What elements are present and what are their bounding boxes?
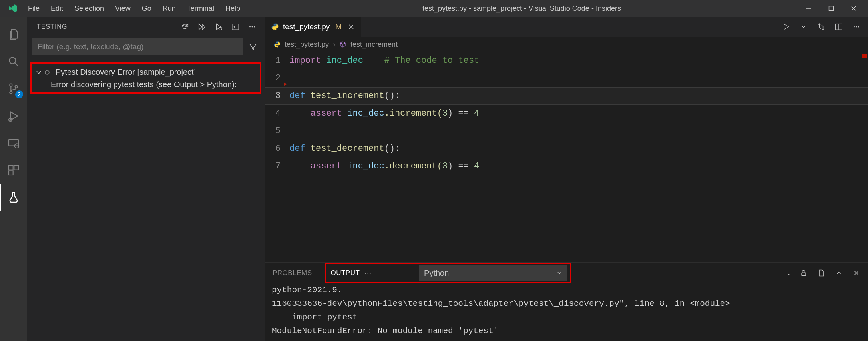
debug-tests-button[interactable] <box>213 22 224 32</box>
breadcrumb-file: test_pytest.py <box>285 40 329 49</box>
chevron-down-icon <box>801 24 806 29</box>
test-filter-input[interactable] <box>32 38 243 55</box>
svg-rect-16 <box>232 24 239 30</box>
svg-point-8 <box>15 86 18 88</box>
run-file-button[interactable] <box>781 22 791 32</box>
lock-scroll-button[interactable] <box>798 268 809 278</box>
minimap-error-marker <box>862 54 867 58</box>
panel-tab-output[interactable]: OUTPUT <box>330 265 360 281</box>
files-icon <box>7 28 20 41</box>
run-all-icon <box>197 22 206 31</box>
menu-help[interactable]: Help <box>220 2 246 15</box>
refresh-tests-button[interactable] <box>180 22 190 32</box>
activity-extensions[interactable] <box>0 157 27 184</box>
compare-changes-button[interactable] <box>816 22 826 32</box>
editor-more-button[interactable] <box>851 22 862 32</box>
show-output-button[interactable] <box>230 22 241 32</box>
menu-edit[interactable]: Edit <box>45 2 69 15</box>
window-title: test_pytest.py - sample_project - Visual… <box>246 4 798 13</box>
activity-testing[interactable] <box>0 184 27 211</box>
output-channel-label: Python <box>424 269 449 278</box>
debug-run-icon <box>214 22 223 31</box>
test-tree-root-label: Pytest Discovery Error [sample_project] <box>56 68 196 77</box>
clear-output-button[interactable] <box>781 268 791 278</box>
menu-go[interactable]: Go <box>136 2 157 15</box>
menu-view[interactable]: View <box>109 2 136 15</box>
split-icon <box>834 22 843 31</box>
editor-tab-label: test_pytest.py <box>283 22 330 31</box>
close-button[interactable] <box>842 0 865 17</box>
run-all-tests-button[interactable] <box>197 22 207 32</box>
output-channel-select[interactable]: Python <box>419 265 567 281</box>
beaker-icon <box>7 191 20 204</box>
title-bar: File Edit Selection View Go Run Terminal… <box>0 0 868 17</box>
extensions-icon <box>7 164 20 177</box>
svg-rect-13 <box>14 166 18 170</box>
svg-rect-28 <box>802 273 806 276</box>
breadcrumb[interactable]: test_pytest.py › test_increment <box>265 37 868 52</box>
split-editor-button[interactable] <box>834 22 844 32</box>
remote-icon <box>7 137 20 150</box>
menu-selection[interactable]: Selection <box>69 2 109 15</box>
test-tree-root[interactable]: Pytest Discovery Error [sample_project] <box>32 66 260 78</box>
status-unset-icon <box>44 70 53 75</box>
svg-point-4 <box>9 57 16 64</box>
output-content[interactable]: python-2021.9. 1160333636-dev\pythonFile… <box>265 283 868 341</box>
editor-area: test_pytest.py M test_pytest.py › tes <box>265 17 868 341</box>
refresh-icon <box>181 22 189 31</box>
funnel-icon <box>248 42 258 52</box>
svg-rect-14 <box>9 171 13 175</box>
app-logo <box>3 4 22 13</box>
highlight-annotation-testing: Pytest Discovery Error [sample_project] … <box>30 62 261 94</box>
panel-overflow-button[interactable]: ··· <box>364 269 371 278</box>
run-dropdown-button[interactable] <box>798 22 809 32</box>
play-icon <box>782 23 790 31</box>
menu-file[interactable]: File <box>22 2 45 15</box>
svg-point-20 <box>45 70 49 74</box>
maximize-button[interactable] <box>820 0 842 17</box>
editor-tab-modified-indicator: M <box>335 22 342 31</box>
bottom-panel: PROBLEMS OUTPUT ··· Python <box>265 262 868 341</box>
activity-explorer[interactable] <box>0 21 27 48</box>
activity-remote[interactable] <box>0 130 27 157</box>
panel-chevron-button[interactable] <box>834 268 844 278</box>
svg-rect-1 <box>829 6 834 11</box>
svg-rect-12 <box>9 166 13 170</box>
highlight-annotation-output: OUTPUT ··· Python <box>325 263 571 283</box>
panel-tab-problems[interactable]: PROBLEMS <box>272 265 313 281</box>
vscode-insiders-icon <box>8 4 18 13</box>
minimize-button[interactable] <box>798 0 820 17</box>
editor-tab-test-pytest[interactable]: test_pytest.py M <box>265 17 361 37</box>
open-log-button[interactable] <box>816 268 826 278</box>
symbol-cube-icon <box>339 41 346 48</box>
activity-source-control[interactable]: 2 <box>0 75 27 102</box>
svg-line-5 <box>15 63 18 66</box>
scm-badge: 2 <box>15 90 23 98</box>
svg-point-26 <box>856 26 857 28</box>
more-actions-button[interactable] <box>247 22 257 32</box>
diff-icon <box>817 22 826 31</box>
window-controls <box>798 0 865 17</box>
svg-point-27 <box>858 26 859 28</box>
svg-point-19 <box>254 26 255 28</box>
activity-search[interactable] <box>0 48 27 75</box>
chevron-down-icon <box>557 270 562 276</box>
menu-terminal[interactable]: Terminal <box>181 2 220 15</box>
filter-button[interactable] <box>246 40 260 54</box>
menu-bar: File Edit Selection View Go Run Terminal… <box>22 2 246 15</box>
file-icon <box>817 269 825 277</box>
test-tree-error-message: Error discovering pytest tests (see Outp… <box>32 78 260 89</box>
breadcrumb-symbol: test_increment <box>350 40 398 49</box>
svg-point-25 <box>854 26 855 28</box>
testing-sidebar: TESTING <box>27 17 265 341</box>
editor-tab-close-button[interactable] <box>348 24 354 30</box>
clear-icon <box>782 269 790 277</box>
code-editor[interactable]: 1import inc_dec # The code to test ▶ 2 3… <box>265 52 868 262</box>
lock-icon <box>800 269 808 277</box>
menu-run[interactable]: Run <box>157 2 181 15</box>
activity-run-debug[interactable] <box>0 102 27 130</box>
panel-close-button[interactable] <box>851 268 862 278</box>
ellipsis-icon <box>248 22 257 31</box>
terminal-icon <box>231 22 240 31</box>
svg-point-7 <box>10 91 12 94</box>
